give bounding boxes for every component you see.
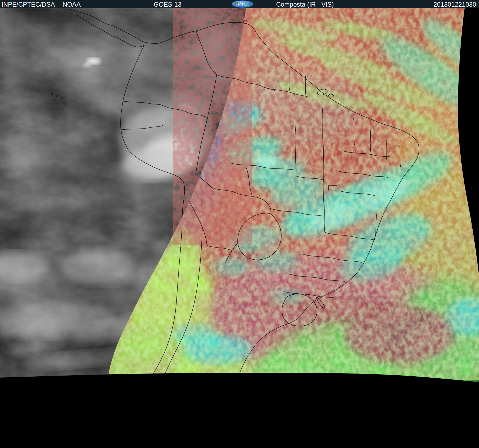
satellite-product-screen: { "header": { "agency": "INPE/CPTEC/DSA"… bbox=[0, 0, 479, 448]
svg-text:CPTEC: CPTEC bbox=[235, 2, 251, 7]
timestamp-label: 201301221030 bbox=[433, 1, 476, 8]
satellite-label: GOES-13 bbox=[154, 1, 181, 8]
scan-edge-bottom-band bbox=[0, 373, 479, 448]
noaa-label: NOAA bbox=[63, 1, 81, 8]
header-bar: INPE/CPTEC/DSA NOAA GOES-13 Composta (IR… bbox=[0, 0, 479, 8]
product-label: Composta (IR - VIS) bbox=[276, 1, 334, 8]
cptec-logo-icon: CPTEC bbox=[231, 0, 254, 8]
agency-label: INPE/CPTEC/DSA bbox=[2, 1, 55, 8]
satellite-image bbox=[0, 8, 479, 448]
satellite-image-canvas bbox=[0, 8, 479, 448]
